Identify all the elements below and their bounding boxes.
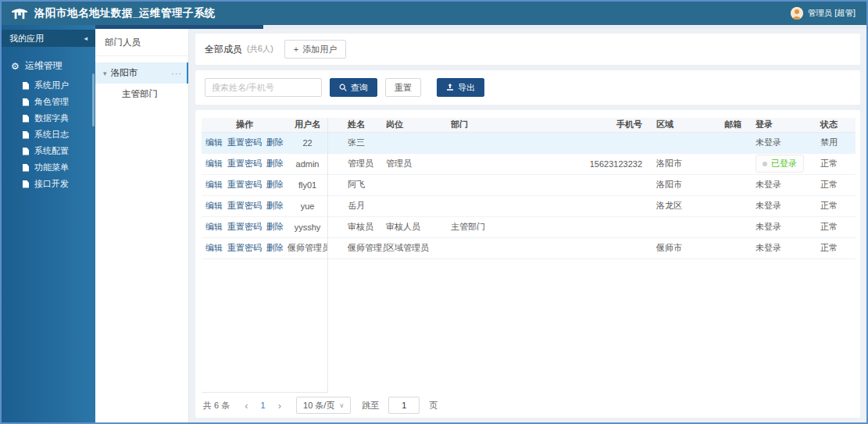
edit-link[interactable]: 编辑 [205, 201, 223, 210]
document-icon [23, 82, 29, 90]
tree-node-competent-department[interactable]: 主管部门 [95, 84, 188, 105]
delete-link[interactable]: 删除 [266, 159, 284, 168]
document-icon [23, 164, 29, 172]
jump-page-input[interactable] [388, 397, 420, 414]
cell-email [718, 174, 749, 195]
reset-password-link[interactable]: 重置密码 [227, 222, 262, 231]
query-button[interactable]: 查询 [330, 78, 377, 97]
document-icon [23, 180, 29, 188]
cell-name: 张三 [327, 132, 386, 153]
cell-name: 偃师管理员 [327, 237, 386, 258]
delete-link[interactable]: 删除 [266, 180, 284, 189]
sidebar-item-api-development[interactable]: 接口开发 [2, 176, 95, 192]
tree-node-label: 主管部门 [122, 88, 158, 100]
table-row[interactable]: 编辑重置密码删除 yysshy 审核员 审核人员 主管部门 [202, 216, 855, 237]
pagination-total: 共 6 条 [203, 400, 230, 412]
cell-email [718, 153, 749, 174]
edit-link[interactable]: 编辑 [205, 243, 223, 252]
cell-op: 编辑重置密码删除 [202, 237, 288, 258]
collapse-icon[interactable]: ◂ [84, 34, 88, 42]
delete-link[interactable]: 删除 [266, 243, 284, 252]
caret-down-icon[interactable]: ▾ [103, 69, 107, 77]
delete-link[interactable]: 删除 [266, 222, 284, 231]
sidebar-scrollbar[interactable] [92, 73, 95, 126]
sidebar-item-function-menu[interactable]: 功能菜单 [2, 159, 95, 176]
cell-status: 禁用 [814, 132, 855, 153]
col-name: 姓名 [327, 118, 386, 132]
col-op: 操作 [202, 118, 288, 132]
cell-dept [451, 195, 547, 216]
add-user-button[interactable]: + 添加用户 [284, 40, 346, 59]
cell-dept [451, 237, 547, 258]
col-login: 登录 [749, 118, 814, 132]
reset-password-link[interactable]: 重置密码 [227, 159, 262, 168]
chevron-down-icon: ∨ [339, 402, 344, 409]
table-row[interactable]: 编辑重置密码删除 admin 管理员 管理员 15623123232 洛阳市 [202, 153, 855, 174]
sidebar-item-system-users[interactable]: 系统用户 [2, 77, 95, 94]
sidebar-group-ops-management[interactable]: ⚙ 运维管理 [2, 59, 95, 73]
cell-region [650, 216, 718, 237]
cell-username: admin [288, 153, 327, 174]
table-row[interactable]: 编辑重置密码删除 fly01 阿飞 洛阳市 [202, 174, 855, 195]
edit-link[interactable]: 编辑 [205, 137, 223, 147]
page-unit-label: 页 [429, 400, 438, 412]
sidebar-item-label: 系统配置 [34, 145, 69, 157]
cell-region: 洛龙区 [650, 195, 718, 216]
sidebar-item-data-dictionary[interactable]: 数据字典 [2, 110, 95, 126]
users-table: 操作 用户名 姓名 岗位 部门 手机号 区域 邮箱 登录 [202, 118, 855, 259]
add-user-label: 添加用户 [302, 44, 337, 55]
sidebar-item-system-config[interactable]: 系统配置 [2, 143, 95, 159]
page-number[interactable]: 1 [257, 401, 270, 410]
next-page-button[interactable]: › [274, 401, 285, 411]
reset-password-link[interactable]: 重置密码 [227, 243, 262, 252]
document-icon [23, 115, 29, 123]
cell-phone [547, 195, 650, 216]
export-button[interactable]: 导出 [437, 78, 484, 97]
table-row[interactable]: 编辑重置密码删除 偃师管理员 偃师管理员 区域管理员 偃师市 [202, 237, 855, 258]
reset-label: 重置 [395, 82, 412, 94]
col-post: 岗位 [386, 118, 451, 132]
reset-password-link[interactable]: 重置密码 [227, 137, 262, 147]
cell-status: 正常 [814, 195, 855, 216]
table-row[interactable]: 编辑重置密码删除 yue 岳月 洛龙区 [202, 195, 855, 216]
tree-node-luoyang[interactable]: ▾ 洛阳市 ··· [95, 62, 188, 84]
page-size-select[interactable]: 10 条/页 ∨ [296, 397, 351, 414]
titlebar: 洛阳市地名地址数据_运维管理子系统 管理员 [超管] [2, 2, 866, 25]
edit-link[interactable]: 编辑 [205, 180, 223, 189]
avatar [791, 7, 803, 20]
sidebar-item-system-logs[interactable]: 系统日志 [2, 126, 95, 143]
page-title: 洛阳市地名地址数据_运维管理子系统 [34, 6, 791, 20]
cell-login: 未登录 [749, 195, 814, 216]
page-size-value: 10 条/页 [303, 400, 334, 412]
table-row[interactable]: 编辑重置密码删除 22 张三 [202, 132, 855, 153]
col-phone: 手机号 [547, 118, 650, 132]
edit-link[interactable]: 编辑 [205, 222, 223, 231]
plus-icon: + [294, 45, 298, 54]
edit-link[interactable]: 编辑 [205, 159, 223, 168]
prev-page-button[interactable]: ‹ [241, 401, 252, 411]
cell-phone [547, 216, 650, 237]
logged-in-label: 已登录 [771, 158, 797, 169]
sidebar-header-my-apps[interactable]: 我的应用 ◂ [2, 30, 95, 47]
users-table-card: 操作 用户名 姓名 岗位 部门 手机号 区域 邮箱 登录 [195, 110, 860, 418]
delete-link[interactable]: 删除 [266, 201, 284, 210]
reset-password-link[interactable]: 重置密码 [227, 180, 262, 189]
reset-button[interactable]: 重置 [385, 78, 421, 97]
sidebar-item-role-management[interactable]: 角色管理 [2, 94, 95, 110]
reset-password-link[interactable]: 重置密码 [227, 201, 262, 210]
user-menu[interactable]: 管理员 [超管] [791, 7, 855, 20]
cell-op: 编辑重置密码删除 [202, 195, 288, 216]
col-username: 用户名 [288, 118, 327, 132]
cell-region [650, 132, 718, 153]
delete-link[interactable]: 删除 [266, 137, 284, 147]
cell-username: yue [288, 195, 327, 216]
cell-status: 正常 [814, 216, 855, 237]
cell-region: 偃师市 [650, 237, 718, 258]
more-options-icon[interactable]: ··· [171, 69, 182, 78]
cell-name: 阿飞 [327, 174, 386, 195]
search-input[interactable] [205, 78, 322, 97]
logged-in-badge: 已登录 [755, 155, 804, 173]
cell-email [718, 132, 749, 153]
cell-username: fly01 [288, 174, 327, 195]
sidebar-header-label: 我的应用 [9, 33, 44, 45]
